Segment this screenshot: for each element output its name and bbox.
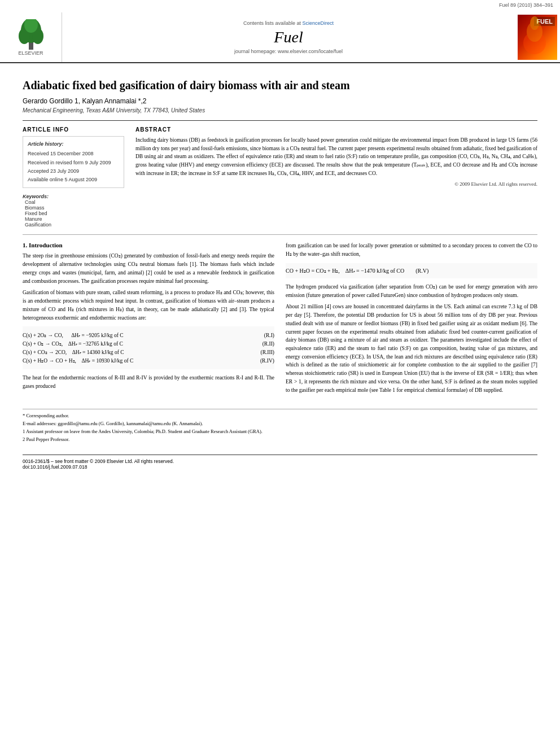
article-info-header: Article Info (23, 126, 124, 133)
reaction-1: C(s) + 2O₂ → CO, ΔHᵣ = −9205 kJ/kg of C … (23, 332, 274, 338)
reaction-3-label: (R.III) (252, 350, 274, 355)
abstract-col: Abstract Including dairy biomass (DB) as… (135, 126, 537, 228)
body-section: 1. Introduction The steep rise in greenh… (23, 242, 537, 397)
right-para-1: from gasification can be used for locall… (286, 242, 537, 258)
footnote-4: 2 Paul Pepper Professor. (23, 436, 537, 443)
right-para-2: The hydrogen produced via gasification (… (286, 283, 537, 299)
article-content: Adiabatic fixed bed gasification of dair… (0, 63, 560, 481)
reaction-1-label: (R.I) (252, 333, 274, 338)
copyright: © 2009 Elsevier Ltd. All rights reserved… (135, 181, 537, 187)
elsevier-text: ELSEVIER (18, 50, 43, 56)
doi-line: doi:10.1016/j.fuel.2009.07.018 (23, 464, 537, 470)
date-received: Received 15 December 2008 (28, 150, 119, 158)
water-gas-eq-box: CO + H₂O = CO₂ + H₂, ΔHᵣ = −1470 kJ/kg o… (286, 263, 537, 278)
fuel-cover-image: FUEL (518, 15, 557, 60)
footnote-2: E-mail addresses: ggordillo@tamu.edu (G.… (23, 421, 537, 427)
reaction-1-formula: C(s) + 2O₂ → CO, ΔHᵣ = −9205 kJ/kg of C (23, 332, 252, 338)
keyword-5: Gasification (25, 222, 124, 228)
abstract-header: Abstract (135, 126, 537, 133)
keywords-block: Keywords: Coal Biomass Fixed bed Manure … (23, 194, 124, 228)
keyword-1: Coal (25, 199, 124, 205)
affiliation: Mechanical Engineering, Texas A&M Univer… (23, 107, 537, 113)
article-info-col: Article Info Article history: Received 1… (23, 126, 124, 228)
bottom-info: 0016-2361/$ – see front matter © 2009 El… (23, 455, 537, 470)
footnote-section: * Corresponding author. E-mail addresses… (23, 409, 537, 443)
intro-section-title: 1. Introduction (23, 242, 274, 248)
journal-center: Contents lists available at ScienceDirec… (62, 12, 515, 62)
reaction-4-formula: C(s) + H₂O → CO + H₂, ΔHᵣ = 10930 kJ/kg … (23, 357, 252, 364)
sciencedirect-link[interactable]: ScienceDirect (303, 20, 334, 26)
intro-para-1: The steep rise in greenhouse emissions (… (23, 252, 274, 285)
reaction-2-label: (R.II) (252, 341, 274, 347)
reaction-2: C(s) + O₂ → CO₂, ΔHᵣ = −32765 kJ/kg of C… (23, 340, 274, 347)
reactions-box: C(s) + 2O₂ → CO, ΔHᵣ = −9205 kJ/kg of C … (23, 326, 274, 369)
date-accepted: Accepted 23 July 2009 (28, 167, 119, 176)
date-revised: Received in revised form 9 July 2009 (28, 159, 119, 167)
svg-rect-0 (29, 42, 33, 50)
reaction-2-formula: C(s) + O₂ → CO₂, ΔHᵣ = −32765 kJ/kg of C (23, 340, 252, 347)
journal-name: Fuel (274, 28, 303, 46)
water-gas-formula: CO + H₂O = CO₂ + H₂, ΔHᵣ = −1470 kJ/kg o… (286, 268, 428, 274)
reaction-4: C(s) + H₂O → CO + H₂, ΔHᵣ = 10930 kJ/kg … (23, 357, 274, 364)
footnote-1: * Corresponding author. (23, 413, 537, 420)
body-left-col: 1. Introduction The steep rise in greenh… (23, 242, 274, 397)
footnote-3: 1 Assistant professor on leave from the … (23, 429, 537, 435)
authors: Gerardo Gordillo 1, Kalyan Annamalai *,2 (23, 97, 537, 105)
elsevier-logo: ELSEVIER (0, 12, 62, 62)
reaction-4-label: (R.IV) (252, 358, 274, 364)
intro-para-3: The heat for the endothermic reactions o… (23, 374, 274, 390)
date-online: Available online 5 August 2009 (28, 176, 119, 184)
reaction-3-formula: C(s) + CO₂ → 2CO, ΔHᵣ = 14360 kJ/kg of C (23, 349, 252, 355)
article-meta-section: Article Info Article history: Received 1… (23, 126, 537, 228)
abstract-text: Including dairy biomass (DB) as feedstoc… (135, 136, 537, 178)
divider-1 (23, 120, 537, 121)
svg-point-7 (530, 16, 539, 30)
reaction-3: C(s) + CO₂ → 2CO, ΔHᵣ = 14360 kJ/kg of C… (23, 349, 274, 355)
sciencedirect-line: Contents lists available at ScienceDirec… (243, 20, 334, 26)
intro-para-2: Gasification of biomass with pure steam,… (23, 289, 274, 322)
keywords-label: Keywords: (23, 194, 49, 199)
article-info-box: Article history: Received 15 December 20… (23, 136, 124, 188)
article-title: Adiabatic fixed bed gasification of dair… (23, 78, 537, 93)
page-number: Fuel 89 (2010) 384–391 (0, 0, 560, 8)
right-para-3: About 21 million [4] cows are housed in … (286, 303, 537, 394)
keyword-2: Biomass (25, 205, 124, 211)
fuel-cover: FUEL (515, 12, 560, 62)
journal-homepage: journal homepage: www.elsevier.com/locat… (234, 49, 343, 54)
keyword-4: Manure (25, 216, 124, 222)
body-right-col: from gasification can be used for locall… (286, 242, 537, 397)
article-history-label: Article history: (28, 140, 119, 148)
elsevier-tree-icon (8, 19, 54, 50)
water-gas-equation: CO + H₂O = CO₂ + H₂, ΔHᵣ = −1470 kJ/kg o… (286, 267, 537, 275)
journal-header: ELSEVIER Contents lists available at Sci… (0, 8, 560, 63)
issn-line: 0016-2361/$ – see front matter © 2009 El… (23, 458, 537, 464)
divider-2 (23, 234, 537, 235)
keyword-3: Fixed bed (25, 211, 124, 216)
